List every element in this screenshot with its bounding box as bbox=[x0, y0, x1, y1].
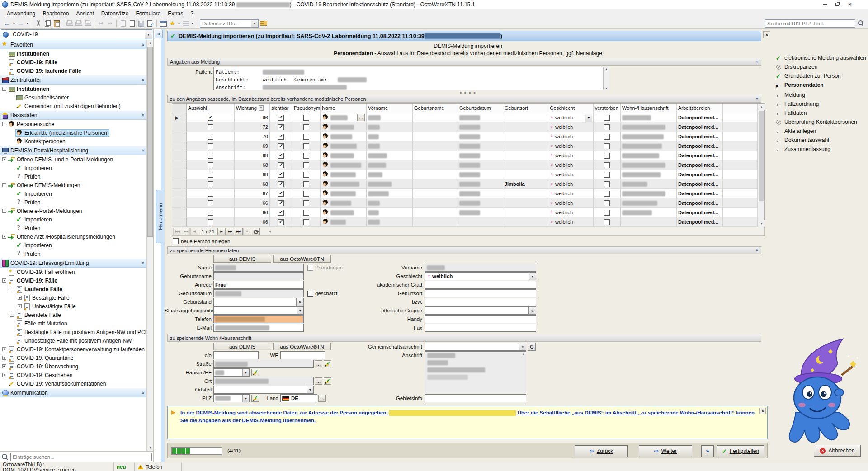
tree-item-unbestätigte-fälle-mit-positivem-antigen-nw[interactable]: Unbestätigte Fälle mit positivem Antigen… bbox=[0, 336, 146, 345]
sichtbar-checkbox[interactable] bbox=[278, 200, 284, 206]
rki-plz-search-input[interactable] bbox=[765, 21, 855, 26]
collapse-node-icon[interactable]: - bbox=[2, 278, 6, 283]
gemeinschaftsanschrift-field[interactable]: « bbox=[425, 343, 526, 351]
cut-icon[interactable] bbox=[34, 19, 43, 28]
warning-close-icon[interactable]: × bbox=[760, 408, 766, 414]
anschrift-textarea[interactable]: ▲ bbox=[425, 351, 526, 393]
tree-scrollbar[interactable]: ▲ ▼ bbox=[146, 40, 153, 451]
email-field[interactable] bbox=[213, 324, 304, 332]
verstorben-checkbox[interactable] bbox=[604, 124, 610, 130]
tree-item-prüfen[interactable]: Prüfen bbox=[0, 250, 146, 258]
handy-field[interactable] bbox=[425, 315, 536, 323]
datensatz-ids-combo[interactable]: ▼ bbox=[200, 19, 259, 28]
sichtbar-checkbox[interactable] bbox=[278, 124, 284, 130]
datensatz-ids-input[interactable] bbox=[200, 21, 251, 26]
fax-field[interactable] bbox=[425, 324, 536, 332]
browse-icon[interactable]: … bbox=[315, 377, 322, 385]
pseudonym-checkbox[interactable] bbox=[303, 200, 309, 206]
aus-demis-button[interactable]: aus DEMIS bbox=[213, 255, 271, 263]
scroll-up-icon[interactable]: ▲ bbox=[758, 104, 765, 110]
back-button[interactable]: ⇦Zurück bbox=[575, 445, 628, 457]
favorites-dropdown-icon[interactable]: ▼ bbox=[177, 19, 181, 28]
rki-plz-search[interactable] bbox=[765, 19, 855, 28]
auswahl-checkbox[interactable] bbox=[208, 115, 213, 121]
collapse-group-icon[interactable]: « bbox=[755, 61, 760, 63]
geburtsdatum-field[interactable] bbox=[213, 289, 304, 297]
guillemet-picker-icon[interactable]: « bbox=[296, 298, 304, 306]
verstorben-checkbox[interactable] bbox=[604, 210, 610, 216]
browse-icon[interactable]: … bbox=[315, 360, 322, 367]
menu-datensätze[interactable]: Datensätze bbox=[98, 9, 132, 18]
auswahl-checkbox[interactable] bbox=[208, 200, 213, 206]
tree-item-covid-19-kontaktpersonenverwaltung-zu-laufenden-b[interactable]: +COVID-19: Kontaktpersonenverwaltung zu … bbox=[0, 345, 146, 353]
tree-item-institutionen[interactable]: -Institutionen bbox=[0, 85, 146, 93]
collapse-group-icon[interactable]: « bbox=[755, 249, 760, 252]
gebietsinfo-field[interactable] bbox=[425, 394, 526, 402]
search-icon[interactable] bbox=[856, 19, 865, 28]
open-folder-icon[interactable] bbox=[259, 19, 268, 28]
verify-address-icon[interactable] bbox=[251, 369, 259, 376]
print-icon[interactable] bbox=[65, 19, 74, 28]
pseudonym-checkbox[interactable] bbox=[303, 115, 309, 121]
tree-item-unbestätigte-fälle[interactable]: +Unbestätigte Fälle bbox=[0, 302, 146, 311]
anrede-field[interactable]: Frau bbox=[213, 281, 304, 289]
pseudonym-checkbox[interactable] bbox=[303, 124, 309, 130]
auswahl-checkbox[interactable] bbox=[208, 134, 213, 140]
verstorben-checkbox[interactable] bbox=[604, 115, 610, 121]
list-dropdown-icon[interactable]: ▼ bbox=[190, 19, 195, 28]
list-icon[interactable] bbox=[181, 19, 190, 28]
undo-icon[interactable] bbox=[96, 19, 105, 28]
aus-octoware-button[interactable]: aus OctoWare®TN bbox=[273, 255, 331, 263]
menu-anwendung[interactable]: Anwendung bbox=[4, 9, 38, 18]
pseudonym-checkbox[interactable] bbox=[303, 162, 309, 168]
verstorben-checkbox[interactable] bbox=[604, 191, 610, 197]
sidebar-search-input[interactable] bbox=[10, 453, 152, 461]
sichtbar-checkbox[interactable] bbox=[278, 210, 284, 216]
strasse-field[interactable] bbox=[213, 360, 314, 368]
sichtbar-checkbox[interactable] bbox=[278, 153, 284, 159]
tree-section-demis-e-portal-hospitalisierung[interactable]: DEMIS/e-Portal/Hospitalisierung« bbox=[0, 146, 146, 155]
sichtbar-checkbox[interactable] bbox=[278, 115, 284, 121]
table-row[interactable]: ▶96…♀weiblich▼Datenpool med... bbox=[172, 113, 758, 122]
name-field[interactable] bbox=[213, 264, 304, 272]
guillemet-picker-icon[interactable]: « bbox=[528, 306, 536, 315]
collapse-sidebar-button[interactable]: « bbox=[155, 30, 163, 38]
scroll-up-icon[interactable]: ▲ bbox=[522, 353, 525, 356]
verify-address-icon[interactable] bbox=[324, 360, 331, 367]
pseudonym-checkbox[interactable] bbox=[303, 219, 309, 225]
tree-section-kommunikation[interactable]: Kommunikation« bbox=[0, 388, 146, 397]
skip-to-end-button[interactable]: » bbox=[701, 445, 714, 457]
print-export-icon[interactable] bbox=[83, 19, 92, 28]
pager-key-icon[interactable] bbox=[252, 228, 260, 235]
verstorben-checkbox[interactable] bbox=[604, 153, 610, 159]
tree-item-personensuche[interactable]: -Personensuche bbox=[0, 120, 146, 128]
patient-scrollbar[interactable]: ▲▼ bbox=[603, 67, 609, 90]
verstorben-checkbox[interactable] bbox=[604, 162, 610, 168]
column-header-name[interactable]: Name bbox=[321, 104, 367, 113]
paste-special-icon[interactable] bbox=[118, 19, 127, 28]
tree-item-covid-19-verlaufsdokumentationen[interactable]: COVID-19: Verlaufsdokumentationen bbox=[0, 379, 146, 388]
auswahl-checkbox[interactable] bbox=[208, 219, 213, 225]
menu-[interactable]: ? bbox=[187, 9, 197, 18]
expand-node-icon[interactable]: + bbox=[18, 304, 22, 308]
tree-item-gesundheitsämter[interactable]: Gesundheitsämter bbox=[0, 93, 146, 102]
forward-icon[interactable] bbox=[16, 19, 25, 28]
scroll-up-icon[interactable]: ▲ bbox=[147, 40, 153, 47]
module-selector[interactable]: COVID-19 ▼ bbox=[1, 29, 152, 39]
table-row[interactable]: 68♀weiblichDatenpool med... bbox=[172, 151, 758, 160]
auswahl-checkbox[interactable] bbox=[208, 210, 213, 216]
tree-item-offene-demis-und-e-portal-meldungen[interactable]: -Offene DEMIS- und e-Portal-Meldungen bbox=[0, 155, 146, 164]
verstorben-checkbox[interactable] bbox=[604, 200, 610, 206]
new-person-checkbox[interactable] bbox=[173, 238, 179, 244]
tree-item-institutionen[interactable]: Institutionen bbox=[0, 49, 146, 58]
auswahl-checkbox[interactable] bbox=[208, 153, 213, 159]
tree-item-covid-19-fall-eröffnen[interactable]: COVID-19: Fall eröffnen bbox=[0, 268, 146, 276]
tree-item-gemeinden-mit-zuständigen-behörden[interactable]: Gemeinden (mit zuständigen Behörden) bbox=[0, 102, 146, 110]
table-row[interactable]: 70♀weiblichDatenpool med... bbox=[172, 132, 758, 141]
redo-icon[interactable] bbox=[105, 19, 114, 28]
ortsteil-field[interactable]: ▼ bbox=[213, 386, 314, 394]
pager-fast-forward-icon[interactable]: ▶▶ bbox=[226, 228, 234, 235]
hausnr-field[interactable]: ▼ bbox=[213, 368, 250, 377]
sichtbar-checkbox[interactable] bbox=[278, 143, 284, 149]
vorname-field[interactable] bbox=[425, 264, 536, 272]
